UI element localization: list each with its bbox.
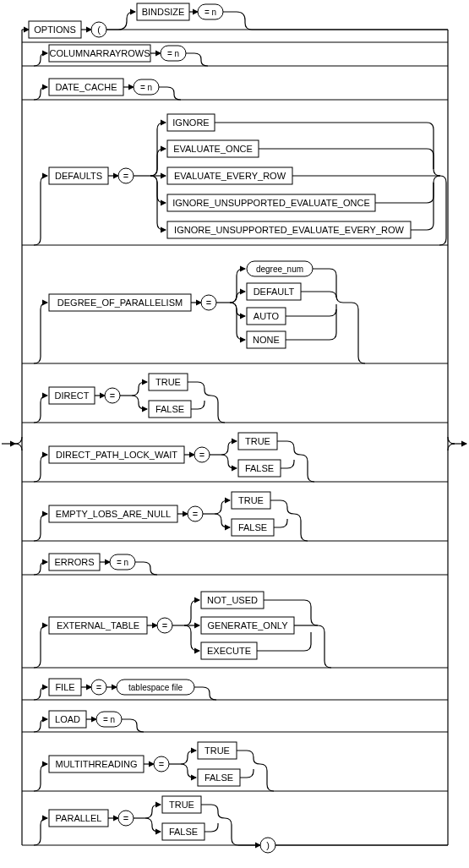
railroad-diagram: OPTIONS ( BINDSIZE = n COLUMNARRAYROWS =… <box>0 0 469 868</box>
kw-car-label: COLUMNARRAYROWS <box>50 48 150 58</box>
dop-ch2: AUTO <box>254 311 280 321</box>
kw-dplw-label: DIRECT_PATH_LOCK_WAIT <box>56 450 177 460</box>
elobs-eq: = <box>193 509 198 519</box>
row-direct: DIRECT = TRUE FALSE <box>22 374 448 423</box>
kw-file-label: FILE <box>55 682 74 692</box>
kw-direct-label: DIRECT <box>55 390 90 401</box>
lparen-label: ( <box>97 25 101 35</box>
defaults-ch2: EVALUATE_EVERY_ROW <box>174 171 286 181</box>
mt-eq: = <box>159 759 164 769</box>
row-mt: MULTITHREADING = TRUE FALSE <box>22 742 448 791</box>
mt-true: TRUE <box>205 745 230 756</box>
elobs-true: TRUE <box>238 495 264 505</box>
parallel-true: TRUE <box>169 800 194 810</box>
dop-ch3: NONE <box>253 335 280 345</box>
row-dplw: DIRECT_PATH_LOCK_WAIT = TRUE FALSE <box>22 433 448 482</box>
parallel-eq: = <box>123 813 128 823</box>
row-dop: DEGREE_OF_PARALLELISM = degree_num DEFAU… <box>22 261 448 363</box>
kw-ext-label: EXTERNAL_TABLE <box>57 620 139 631</box>
row-defaults: DEFAULTS = IGNORE EVALUATE_ONCE EVALUATE… <box>22 114 448 245</box>
ext-ch1: GENERATE_ONLY <box>208 620 289 631</box>
dop-eq-label: = <box>206 298 211 308</box>
ext-eq: = <box>162 620 167 631</box>
parallel-false: FALSE <box>169 827 198 837</box>
defaults-eq-label: = <box>123 171 128 181</box>
ext-ch0: NOT_USED <box>207 595 258 605</box>
kw-elobs-label: EMPTY_LOBS_ARE_NULL <box>56 509 171 519</box>
datecache-val-label: = n <box>140 83 152 92</box>
direct-true: TRUE <box>155 377 181 387</box>
dop-ch0: degree_num <box>256 265 303 274</box>
row-errors: ERRORS = n <box>22 554 448 575</box>
row-datecache: DATE_CACHE = n <box>22 79 448 100</box>
direct-false: FALSE <box>155 404 184 414</box>
dplw-true: TRUE <box>245 436 270 446</box>
kw-load-label: LOAD <box>55 714 80 724</box>
kw-parallel-label: PARALLEL <box>56 813 102 823</box>
dplw-false: FALSE <box>245 463 274 473</box>
rparen-label: ) <box>266 840 270 850</box>
defaults-ch0: IGNORE <box>172 117 209 128</box>
defaults-ch1: EVALUATE_ONCE <box>173 144 253 154</box>
direct-eq: = <box>110 390 115 401</box>
row-ext: EXTERNAL_TABLE = NOT_USED GENERATE_ONLY … <box>22 592 448 668</box>
mt-false: FALSE <box>205 772 233 783</box>
elobs-false: FALSE <box>238 522 267 532</box>
car-val-label: = n <box>167 49 179 58</box>
ext-ch2: EXECUTE <box>207 646 251 656</box>
row-file: FILE = tablespace file <box>22 679 448 700</box>
defaults-ch4: IGNORE_UNSUPPORTED_EVALUATE_EVERY_ROW <box>174 225 404 235</box>
kw-errors-label: ERRORS <box>54 557 94 567</box>
file-val: tablespace file <box>128 683 183 692</box>
row-load: LOAD = n <box>22 711 448 732</box>
row-columnarrayrows: COLUMNARRAYROWS = n <box>22 42 448 66</box>
dop-ch1: DEFAULT <box>254 287 295 297</box>
row-parallel: PARALLEL = TRUE FALSE ) <box>22 796 448 853</box>
errors-val: = n <box>117 558 128 567</box>
kw-datecache-label: DATE_CACHE <box>55 82 117 92</box>
defaults-ch3: IGNORE_UNSUPPORTED_EVALUATE_ONCE <box>172 198 370 208</box>
kw-mt-label: MULTITHREADING <box>56 759 138 769</box>
kw-options-label: OPTIONS <box>34 25 76 35</box>
file-eq: = <box>96 682 101 692</box>
kw-dop-label: DEGREE_OF_PARALLELISM <box>57 298 183 308</box>
dplw-eq: = <box>199 450 205 460</box>
kw-bindsize-label: BINDSIZE <box>142 7 185 17</box>
row-elobs: EMPTY_LOBS_ARE_NULL = TRUE FALSE <box>22 492 448 541</box>
kw-defaults-label: DEFAULTS <box>55 171 102 181</box>
load-val: = n <box>103 715 115 724</box>
bindsize-val-label: = n <box>205 8 216 17</box>
